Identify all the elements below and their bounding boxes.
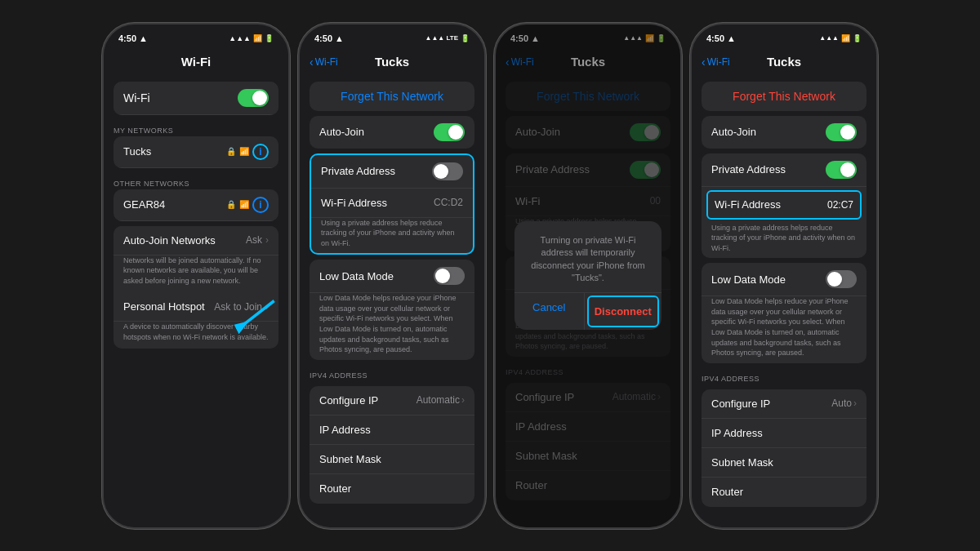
cancel-button[interactable]: Cancel (514, 293, 585, 330)
auto-join-toggle-row-2[interactable]: Auto-Join (310, 116, 474, 149)
auto-join-value: Ask (246, 234, 262, 246)
auto-join-desc: Networks will be joined automatically. I… (114, 256, 278, 293)
svg-line-0 (243, 300, 274, 324)
private-toggle-4[interactable] (826, 161, 857, 179)
forget-row-2[interactable]: Forget This Network (310, 82, 474, 111)
forget-text-4: Forget This Network (733, 90, 835, 103)
nav-title-2: Tucks (375, 55, 409, 69)
private-row-4[interactable]: Private Address (702, 153, 866, 187)
low-data-knob-4 (827, 272, 842, 287)
auto-join-toggle-2[interactable] (434, 123, 465, 141)
low-data-toggle-2[interactable] (434, 267, 465, 285)
info-icon-2[interactable]: i (252, 197, 269, 213)
wifi-addr-value-4: 02:C7 (827, 199, 853, 211)
hotspot-label: Personal Hotspot (123, 300, 205, 313)
phone-1: 4:50 ▲ ▲▲▲ 📶 🔋 Wi-Fi Wi-Fi MY NETWORKS (102, 23, 290, 529)
auto-join-section-2: Auto-Join (310, 116, 474, 149)
ip-row-4[interactable]: IP Address (702, 419, 866, 448)
nav-bar-2: ‹ Wi-Fi Tucks (300, 47, 484, 77)
wifi-address-row-2: Wi-Fi Address CC:D2 (311, 189, 473, 218)
alert-body: Turning on private Wi-Fi address will te… (514, 221, 662, 293)
battery-icon: 🔋 (265, 34, 274, 42)
private-label-4: Private Address (711, 163, 786, 176)
auto-join-row-label-2: Auto-Join (319, 126, 364, 138)
info-icon[interactable]: i (252, 144, 269, 160)
private-address-section-2: Private Address Wi-Fi Address CC:D2 Usin… (310, 153, 474, 256)
router-row-4[interactable]: Router (702, 478, 866, 507)
wifi-signal-icon-2: 📶 (239, 200, 249, 209)
subnet-row-2[interactable]: Subnet Mask (310, 445, 474, 474)
battery-2: 🔋 (461, 34, 470, 42)
auto-join-toggle-4[interactable] (826, 123, 857, 141)
low-data-toggle-4[interactable] (826, 270, 857, 288)
subnet-row-4[interactable]: Subnet Mask (702, 448, 866, 478)
status-icons-1: ▲▲▲ 📶 🔋 (229, 34, 274, 42)
subnet-label-2: Subnet Mask (319, 453, 381, 465)
private-knob-2 (434, 164, 448, 179)
auto-join-label-4: Auto-Join (711, 126, 756, 138)
wifi-signal-icon: 📶 (239, 147, 249, 156)
status-icons-4: ▲▲▲ 📶 🔋 (819, 34, 862, 42)
router-label-4: Router (711, 486, 743, 498)
nav-bar-4: ‹ Wi-Fi Tucks (692, 47, 876, 77)
my-networks-label: MY NETWORKS (104, 120, 288, 136)
phone-2: 4:50 ▲ ▲▲▲ LTE 🔋 ‹ Wi-Fi Tucks Forget Th… (298, 23, 486, 529)
router-row-2[interactable]: Router (310, 474, 474, 504)
forget-text-2: Forget This Network (341, 90, 443, 103)
wifi-address-row-4: Wi-Fi Address 02:C7 (706, 190, 862, 220)
signal-4: ▲▲▲ (819, 34, 839, 42)
lock-icon: 🔒 (226, 147, 236, 156)
nav-back-label-2: Wi-Fi (315, 56, 338, 68)
nav-back-4[interactable]: ‹ Wi-Fi (702, 56, 730, 69)
tucks-row[interactable]: Tucks 🔒 📶 i (114, 136, 278, 168)
ipv4-section-4: Configure IP Auto › IP Address Subnet Ma… (702, 389, 866, 507)
status-bar-4: 4:50 ▲ ▲▲▲ 📶 🔋 (692, 24, 876, 47)
other-networks-label: OTHER NETWORKS (104, 173, 288, 189)
phone-3-screen: 4:50 ▲ ▲▲▲ 📶 🔋 ‹ Wi-Fi Tucks Forget This… (496, 24, 680, 527)
gear-label: GEAR84 (123, 198, 165, 211)
status-icons-2: ▲▲▲ LTE 🔋 (425, 34, 470, 42)
phone-1-screen: 4:50 ▲ ▲▲▲ 📶 🔋 Wi-Fi Wi-Fi MY NETWORKS (104, 24, 288, 527)
private-toggle-row-2[interactable]: Private Address (311, 155, 473, 189)
disconnect-button[interactable]: Disconnect (587, 295, 660, 327)
wifi-icon: 📶 (253, 34, 262, 42)
auto-join-knob-4 (840, 125, 855, 140)
low-data-label-4: Low Data Mode (711, 273, 786, 286)
wifi-addr-label-4: Wi-Fi Address (715, 198, 781, 211)
nav-back-2[interactable]: ‹ Wi-Fi (310, 56, 338, 69)
lock-icon-2: 🔒 (226, 200, 236, 209)
private-toggle-2[interactable] (432, 162, 463, 180)
auto-join-section-4: Auto-Join (702, 116, 866, 149)
auto-join-label: Auto-Join Networks (123, 234, 216, 247)
phone-2-screen: 4:50 ▲ ▲▲▲ LTE 🔋 ‹ Wi-Fi Tucks Forget Th… (300, 24, 484, 527)
configure-ip-row-4[interactable]: Configure IP Auto › (702, 389, 866, 419)
gear-row[interactable]: GEAR84 🔒 📶 i (114, 189, 278, 221)
status-bar-1: 4:50 ▲ ▲▲▲ 📶 🔋 (104, 24, 288, 47)
phone-4: 4:50 ▲ ▲▲▲ 📶 🔋 ‹ Wi-Fi Tucks Forget This… (690, 23, 878, 529)
tucks-label: Tucks (123, 145, 151, 158)
signal-icon: ▲▲▲ (229, 34, 251, 42)
low-data-desc-4: Low Data Mode helps reduce your iPhone d… (702, 296, 866, 363)
auto-join-row-4[interactable]: Auto-Join (702, 116, 866, 149)
ip-address-row-2[interactable]: IP Address (310, 415, 474, 445)
wifi-label: Wi-Fi (123, 91, 150, 104)
private-desc-4: Using a private address helps reduce tra… (702, 223, 866, 259)
low-data-label-2: Low Data Mode (319, 270, 394, 282)
alert-actions: Cancel Disconnect (514, 292, 662, 330)
nav-back-label-4: Wi-Fi (707, 56, 730, 68)
status-time-1: 4:50 ▲ (118, 33, 148, 43)
wifi-toggle[interactable] (238, 89, 269, 107)
low-data-row-4[interactable]: Low Data Mode (702, 263, 866, 296)
low-data-section-2: Low Data Mode Low Data Mode helps reduce… (310, 260, 474, 360)
low-data-row-2[interactable]: Low Data Mode (310, 260, 474, 293)
status-bar-2: 4:50 ▲ ▲▲▲ LTE 🔋 (300, 24, 484, 47)
auto-join-row[interactable]: Auto-Join Networks Ask › (114, 226, 278, 256)
router-label-2: Router (319, 482, 351, 495)
configure-ip-row-2[interactable]: Configure IP Automatic › (310, 386, 474, 415)
cyan-arrow (225, 291, 282, 340)
toggle-knob (252, 91, 267, 105)
wifi-toggle-row[interactable]: Wi-Fi (114, 82, 278, 115)
wifi-title-bar: Wi-Fi (104, 47, 288, 77)
phone-3: 4:50 ▲ ▲▲▲ 📶 🔋 ‹ Wi-Fi Tucks Forget This… (494, 23, 682, 529)
forget-row-4[interactable]: Forget This Network (702, 82, 866, 111)
